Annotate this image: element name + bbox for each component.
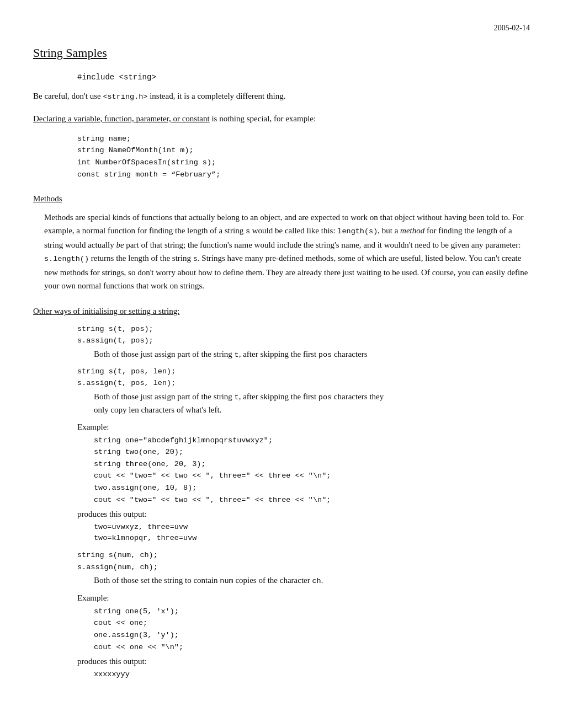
- methods-heading: Methods: [33, 192, 530, 205]
- example2-label: Example:: [77, 592, 530, 604]
- inline-ch: ch: [312, 577, 321, 585]
- ex1-line-2: string two(one, 20);: [94, 446, 530, 458]
- inline-pos1: pos: [318, 351, 332, 359]
- methods-section: Methods Methods are special kinds of fun…: [33, 192, 530, 293]
- inline-s2: s: [193, 255, 198, 263]
- ex2-line-3: one.assign(3, 'y');: [94, 629, 530, 641]
- ex1-line-3: string three(one, 20, 3);: [94, 458, 530, 470]
- other-ways-section: Other ways of initialising or setting a …: [33, 305, 530, 680]
- warning-code: <string.h>: [103, 93, 147, 101]
- date-label: 2005-02-14: [33, 22, 530, 34]
- declaring-code-line-1: string name;: [77, 133, 530, 145]
- warning-text-before: Be careful, don't use: [33, 92, 103, 100]
- ex1-line-4: cout << "two=" << two << ", three=" << t…: [94, 470, 530, 482]
- produces2-label: produces this output:: [77, 655, 530, 668]
- example1-label: Example:: [77, 421, 530, 433]
- inline-slength: s.length(): [44, 255, 89, 263]
- declaring-code-block: string name; string NameOfMonth(int m); …: [77, 133, 530, 180]
- example2-code-block: string one(5, 'x'); cout << one; one.ass…: [94, 606, 530, 653]
- methods-paragraph: Methods are special kinds of functions t…: [44, 211, 530, 293]
- code-line-s-t-pos-len-2: s.assign(t, pos, len);: [77, 377, 530, 389]
- ex1-line-1: string one="abcdefghijklmnopqrstuvwxyz";: [94, 435, 530, 447]
- output2-block: xxxxxyyy: [94, 669, 530, 680]
- explanation-pos: Both of those just assign part of the st…: [94, 348, 530, 361]
- code-s-t-pos: string s(t, pos); s.assign(t, pos);: [77, 323, 530, 347]
- produces1-label: produces this output:: [77, 508, 530, 521]
- other-ways-heading: Other ways of initialising or setting a …: [33, 305, 530, 318]
- declaring-code-line-2: string NameOfMonth(int m);: [77, 144, 530, 157]
- code-line-num-ch-1: string s(num, ch);: [77, 549, 530, 561]
- declaring-para: Declaring a variable, function, paramete…: [33, 113, 530, 125]
- code-line-s-t-pos-1: string s(t, pos);: [77, 323, 530, 335]
- example1-code-block: string one="abcdefghijklmnopqrstuvwxyz";…: [94, 435, 530, 506]
- page-title: String Samples: [33, 44, 530, 62]
- explanation-pos-len: Both of those just assign part of the st…: [94, 390, 530, 416]
- code-s-t-pos-len: string s(t, pos, len); s.assign(t, pos, …: [77, 366, 530, 389]
- declaring-code-line-4: const string month = “February”;: [77, 169, 530, 181]
- inline-t1: t: [235, 351, 239, 359]
- code-line-s-t-pos-len-1: string s(t, pos, len);: [77, 366, 530, 378]
- output1-line-2: two=klmnopqr, three=uvw: [94, 533, 530, 544]
- declaring-code-line-3: int NumberOfSpacesIn(string s);: [77, 157, 530, 169]
- inline-pos2: pos: [318, 393, 332, 402]
- ex2-line-2: cout << one;: [94, 617, 530, 629]
- inline-num: num: [220, 577, 233, 585]
- ex2-line-1: string one(5, 'x');: [94, 606, 530, 618]
- explanation-num-ch: Both of those set the string to contain …: [94, 574, 530, 587]
- declaring-heading: Declaring a variable, function, paramete…: [33, 114, 210, 123]
- inline-s: s: [246, 227, 250, 235]
- code-line-num-ch-2: s.assign(num, ch);: [77, 561, 530, 574]
- warning-text-after: instead, it is a completely different th…: [147, 92, 285, 100]
- code-s-num-ch: string s(num, ch); s.assign(num, ch);: [77, 549, 530, 573]
- code-line-s-t-pos-2: s.assign(t, pos);: [77, 335, 530, 347]
- inline-method: method: [400, 226, 424, 235]
- output2-line-1: xxxxxyyy: [94, 669, 530, 680]
- inline-be: be: [116, 240, 124, 249]
- include-code: #include <string>: [77, 72, 530, 83]
- declaring-suffix: is nothing special, for example:: [210, 114, 316, 123]
- inline-length: length(s): [337, 227, 378, 235]
- ex2-line-4: cout << one << "\n";: [94, 641, 530, 654]
- output1-block: two=uvwxyz, three=uvw two=klmnopqr, thre…: [94, 522, 530, 544]
- inline-t2: t: [235, 393, 239, 402]
- warning-paragraph: Be careful, don't use <string.h> instead…: [33, 90, 530, 103]
- output1-line-1: two=uvwxyz, three=uvw: [94, 522, 530, 533]
- declaring-section: Declaring a variable, function, paramete…: [33, 113, 530, 180]
- ex1-line-5: two.assign(one, 10, 8);: [94, 482, 530, 494]
- ex1-line-6: cout << "two=" << two << ", three=" << t…: [94, 494, 530, 506]
